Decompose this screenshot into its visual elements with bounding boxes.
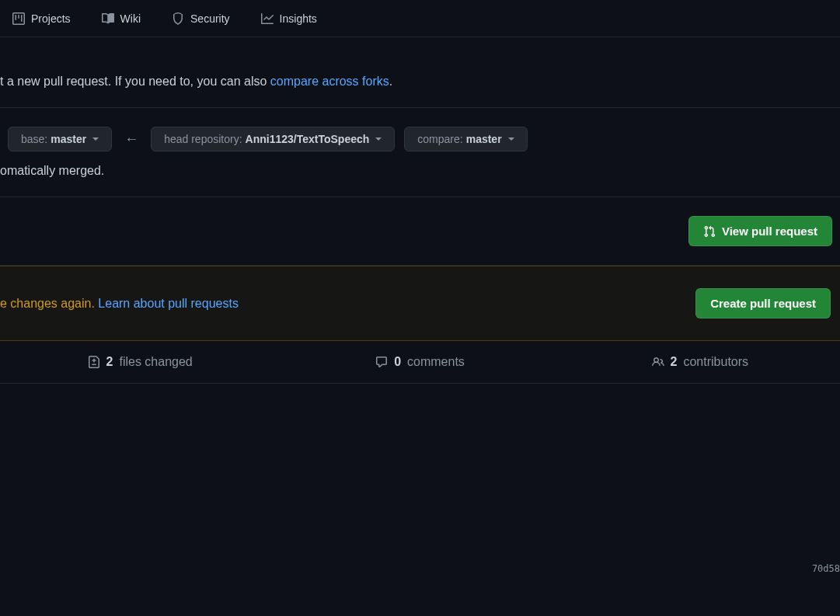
files-label: files changed	[119, 355, 192, 369]
tab-wiki[interactable]: Wiki	[89, 6, 153, 31]
view-pull-request-button[interactable]: View pull request	[688, 216, 832, 246]
comments-stat[interactable]: 0 comments	[280, 355, 559, 369]
tab-security-label: Security	[190, 12, 230, 25]
tab-insights[interactable]: Insights	[249, 6, 329, 31]
contributors-label: contributors	[683, 355, 748, 369]
caret-down-icon	[508, 137, 514, 141]
compare-label: compare:	[417, 133, 462, 145]
head-repo-select[interactable]: head repository: Anni1123/TextToSpeech	[151, 127, 395, 151]
shield-icon	[172, 12, 184, 25]
contributors-count: 2	[671, 355, 678, 369]
tab-projects[interactable]: Projects	[0, 6, 83, 31]
compare-value: master	[466, 133, 502, 145]
files-changed-stat[interactable]: 2 files changed	[0, 355, 280, 369]
tab-wiki-label: Wiki	[120, 12, 141, 25]
people-icon	[652, 356, 664, 368]
book-icon	[102, 12, 114, 25]
learn-about-pr-link[interactable]: Learn about pull requests	[98, 297, 239, 310]
comment-icon	[375, 356, 388, 368]
repo-tabnav: Projects Wiki Security Insights	[0, 0, 840, 37]
create-pull-request-button[interactable]: Create pull request	[695, 288, 831, 318]
git-pull-request-icon	[703, 225, 716, 238]
intro-text-suffix: .	[389, 75, 392, 88]
range-editor: base: master ← head repository: Anni1123…	[0, 107, 840, 197]
comments-count: 0	[394, 355, 401, 369]
head-repo-value: Anni1123/TextToSpeech	[246, 133, 370, 145]
view-pr-label: View pull request	[722, 224, 817, 238]
merge-status-text: omatically merged.	[0, 164, 840, 178]
tab-security[interactable]: Security	[159, 6, 242, 31]
compare-across-forks-link[interactable]: compare across forks	[270, 75, 389, 88]
create-pr-notice: e changes again. Learn about pull reques…	[0, 266, 840, 341]
base-label: base:	[21, 133, 47, 145]
create-pr-label: Create pull request	[710, 297, 816, 310]
notice-text: e changes again. Learn about pull reques…	[0, 297, 239, 311]
files-count: 2	[106, 355, 113, 369]
compare-branch-select[interactable]: compare: master	[404, 127, 527, 151]
file-diff-icon	[88, 356, 100, 368]
compare-intro: t a new pull request. If you need to, yo…	[0, 37, 840, 107]
base-branch-select[interactable]: base: master	[8, 127, 112, 151]
intro-text-prefix: t a new pull request. If you need to, yo…	[0, 75, 270, 88]
contributors-stat[interactable]: 2 contributors	[560, 355, 840, 369]
tab-insights-label: Insights	[280, 12, 317, 25]
arrow-left-icon: ←	[121, 131, 141, 148]
commit-sha[interactable]: 70d58	[812, 563, 840, 574]
view-pr-row: View pull request	[0, 197, 840, 266]
comments-label: comments	[407, 355, 465, 369]
graph-icon	[261, 12, 274, 25]
project-icon	[12, 12, 25, 25]
caret-down-icon	[375, 137, 382, 141]
base-value: master	[51, 133, 86, 145]
range-row: base: master ← head repository: Anni1123…	[0, 127, 840, 151]
diff-stats-row: 2 files changed 0 comments 2 contributor…	[0, 341, 840, 384]
head-repo-label: head repository:	[164, 133, 242, 145]
caret-down-icon	[92, 137, 99, 141]
notice-orange-text: e changes again.	[0, 297, 98, 310]
tab-projects-label: Projects	[31, 12, 71, 25]
